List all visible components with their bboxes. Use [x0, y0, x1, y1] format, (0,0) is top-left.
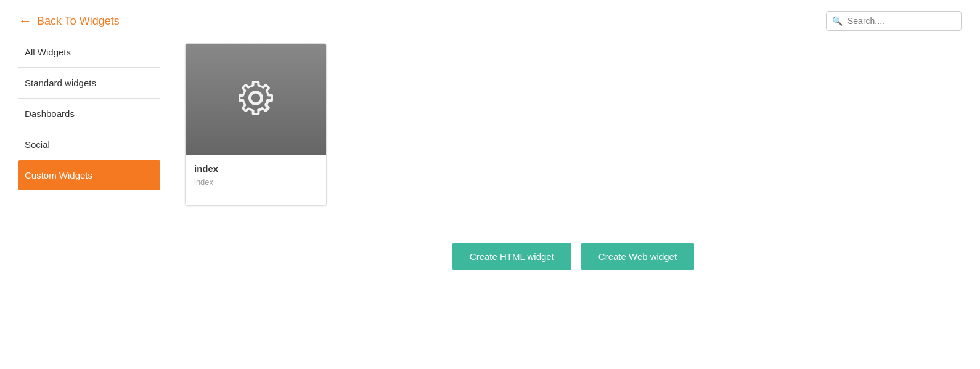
back-to-widgets-link[interactable]: ← Back To Widgets: [18, 13, 120, 29]
bottom-buttons: Create HTML widget Create Web widget: [185, 243, 962, 289]
gear-icon: [231, 73, 280, 125]
widget-card[interactable]: index index: [185, 43, 327, 206]
create-web-widget-button[interactable]: Create Web widget: [581, 243, 694, 270]
back-arrow-icon: ←: [18, 13, 32, 29]
create-html-widget-button[interactable]: Create HTML widget: [452, 243, 571, 270]
widget-title: index: [194, 163, 317, 174]
content-area: index index Create HTML widget Create We…: [185, 37, 962, 289]
sidebar-item-standard-widgets[interactable]: Standard widgets: [18, 68, 160, 99]
widget-subtitle: index: [194, 177, 317, 187]
main-layout: All Widgets Standard widgets Dashboards …: [0, 37, 980, 289]
widget-card-header: [186, 44, 326, 155]
sidebar-item-social[interactable]: Social: [18, 129, 160, 160]
widgets-grid: index index: [185, 43, 962, 206]
sidebar-item-dashboards[interactable]: Dashboards: [18, 99, 160, 129]
sidebar-item-custom-widgets[interactable]: Custom Widgets: [18, 160, 160, 190]
back-label: Back To Widgets: [37, 15, 120, 28]
search-container: 🔍: [826, 11, 962, 31]
search-input[interactable]: [826, 11, 962, 31]
sidebar-item-all-widgets[interactable]: All Widgets: [18, 37, 160, 68]
header: ← Back To Widgets 🔍: [0, 0, 980, 37]
sidebar: All Widgets Standard widgets Dashboards …: [18, 37, 160, 289]
search-icon: 🔍: [832, 16, 843, 26]
widget-card-body: index index: [186, 155, 326, 205]
